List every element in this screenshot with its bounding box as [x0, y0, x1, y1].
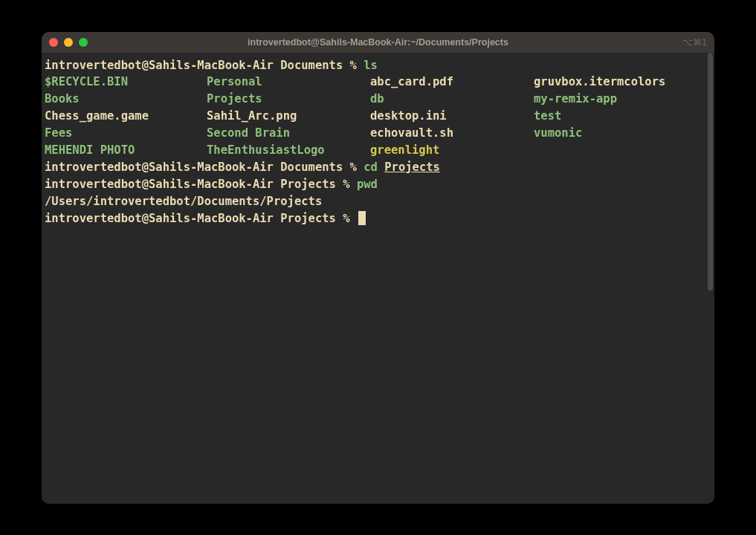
- ls-entry: Sahil_Arc.png: [207, 108, 370, 125]
- ls-entry: Personal: [207, 74, 370, 91]
- prompt-text: introvertedbot@Sahils-MacBook-Air Projec…: [45, 212, 357, 225]
- prompt-text: introvertedbot@Sahils-MacBook-Air Docume…: [45, 59, 364, 72]
- terminal-body[interactable]: introvertedbot@Sahils-MacBook-Air Docume…: [42, 53, 714, 504]
- ls-entry: TheEnthusiastLogo: [207, 142, 370, 159]
- ls-output: $RECYCLE.BINPersonalabc_card.pdfgruvbox.…: [45, 74, 711, 159]
- prompt-line-2: introvertedbot@Sahils-MacBook-Air Docume…: [45, 159, 711, 176]
- ls-row: BooksProjectsdbmy-remix-app: [45, 91, 711, 108]
- ls-entry: Projects: [207, 91, 370, 108]
- pwd-output: /Users/introvertedbot/Documents/Projects: [45, 193, 711, 210]
- ls-entry: [534, 142, 711, 159]
- prompt-line-4: introvertedbot@Sahils-MacBook-Air Projec…: [45, 210, 711, 227]
- ls-entry: my-remix-app: [534, 91, 711, 108]
- ls-row: $RECYCLE.BINPersonalabc_card.pdfgruvbox.…: [45, 74, 711, 91]
- command-pwd: pwd: [357, 178, 378, 191]
- terminal-window: introvertedbot@Sahils-MacBook-Air:~/Docu…: [42, 32, 714, 504]
- pane-indicator: ⌥⌘1: [682, 37, 707, 48]
- ls-entry: test: [534, 108, 711, 125]
- window-title: introvertedbot@Sahils-MacBook-Air:~/Docu…: [248, 37, 508, 48]
- command-cd: cd: [364, 160, 384, 174]
- cursor: [358, 211, 366, 225]
- prompt-line-3: introvertedbot@Sahils-MacBook-Air Projec…: [45, 176, 711, 193]
- ls-entry: Fees: [45, 125, 207, 142]
- ls-entry: desktop.ini: [370, 108, 534, 125]
- maximize-button[interactable]: [79, 38, 88, 47]
- cd-argument: Projects: [384, 160, 440, 174]
- traffic-lights: [49, 38, 88, 47]
- ls-entry: Second Brain: [207, 125, 370, 142]
- ls-entry: echovault.sh: [370, 125, 534, 142]
- scrollbar[interactable]: [708, 53, 713, 291]
- ls-entry: vumonic: [534, 125, 711, 142]
- titlebar: introvertedbot@Sahils-MacBook-Air:~/Docu…: [42, 32, 714, 53]
- ls-entry: Chess_game.game: [45, 108, 207, 125]
- ls-entry: greenlight: [370, 142, 534, 159]
- prompt-text: introvertedbot@Sahils-MacBook-Air Docume…: [45, 160, 364, 174]
- ls-row: FeesSecond Brainechovault.shvumonic: [45, 125, 711, 142]
- ls-entry: gruvbox.itermcolors: [534, 74, 711, 91]
- ls-entry: abc_card.pdf: [370, 74, 534, 91]
- prompt-line-1: introvertedbot@Sahils-MacBook-Air Docume…: [45, 57, 711, 74]
- close-button[interactable]: [49, 38, 58, 47]
- ls-entry: MEHENDI PHOTO: [45, 142, 207, 159]
- command-ls: ls: [364, 59, 378, 72]
- prompt-text: introvertedbot@Sahils-MacBook-Air Projec…: [45, 178, 357, 191]
- ls-row: Chess_game.gameSahil_Arc.pngdesktop.init…: [45, 108, 711, 125]
- ls-entry: Books: [45, 91, 207, 108]
- minimize-button[interactable]: [64, 38, 73, 47]
- ls-row: MEHENDI PHOTOTheEnthusiastLogogreenlight: [45, 142, 711, 159]
- ls-entry: db: [370, 91, 534, 108]
- ls-entry: $RECYCLE.BIN: [45, 74, 207, 91]
